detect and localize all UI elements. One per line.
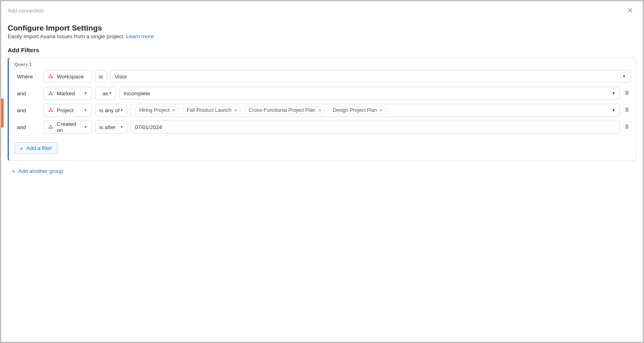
operator-label: is bbox=[99, 74, 103, 80]
field-label: Marked bbox=[57, 90, 75, 97]
operator-select-as[interactable]: as ▼ bbox=[95, 87, 116, 100]
chip-label: Design Project Plan bbox=[333, 107, 377, 113]
add-group-label: Add another group bbox=[18, 168, 63, 174]
operator-label: is after bbox=[99, 124, 116, 130]
asana-icon bbox=[48, 124, 54, 130]
field-label: Workspace bbox=[57, 74, 84, 80]
page-title: Configure Import Settings bbox=[8, 24, 636, 33]
conjunction-label: and bbox=[14, 124, 40, 130]
breadcrumb: Add connection bbox=[8, 8, 44, 14]
field-select-project[interactable]: Project ▼ bbox=[43, 104, 92, 117]
value-text: 07/01/2024 bbox=[135, 124, 162, 130]
svg-point-8 bbox=[51, 110, 53, 112]
operator-select-isafter[interactable]: is after ▼ bbox=[95, 121, 127, 134]
chip-project: Hiring Project ✕ bbox=[135, 106, 179, 114]
conjunction-label: Where bbox=[14, 74, 40, 80]
asana-icon bbox=[48, 74, 54, 79]
chevron-down-icon: ▼ bbox=[120, 125, 124, 129]
value-select-marked[interactable]: Incomplete ▼ bbox=[119, 87, 620, 100]
operator-is: is bbox=[95, 70, 107, 83]
svg-point-10 bbox=[49, 127, 51, 129]
chip-remove-icon[interactable]: ✕ bbox=[234, 108, 237, 113]
chevron-down-icon: ▼ bbox=[622, 74, 626, 78]
svg-point-11 bbox=[51, 127, 53, 129]
svg-point-5 bbox=[51, 93, 53, 95]
chevron-down-icon: ▼ bbox=[84, 108, 87, 112]
filter-row: and Marked ▼ as ▼ Incomplete ▼ bbox=[14, 87, 630, 100]
operator-label: is any of bbox=[99, 107, 120, 113]
plus-icon: + bbox=[20, 146, 23, 151]
svg-point-6 bbox=[50, 108, 52, 110]
page-subtitle: Easily import Asana Issues from a single… bbox=[8, 33, 636, 39]
close-icon[interactable]: ✕ bbox=[624, 5, 636, 16]
chevron-down-icon: ▼ bbox=[84, 125, 87, 129]
chip-project: Design Project Plan ✕ bbox=[328, 106, 387, 114]
add-filter-label: Add a filter bbox=[26, 145, 52, 151]
section-title-add-filters: Add Filters bbox=[8, 47, 636, 53]
operator-select-isanyof[interactable]: is any of ▼ bbox=[95, 104, 127, 117]
conjunction-label: and bbox=[14, 107, 40, 113]
query-label: Query 1 bbox=[14, 62, 630, 67]
asana-icon bbox=[48, 107, 54, 113]
chip-project: Fall Product Launch ✕ bbox=[182, 106, 241, 114]
plus-icon: + bbox=[12, 168, 15, 174]
asana-icon bbox=[48, 90, 54, 96]
delete-filter-button[interactable] bbox=[623, 107, 630, 114]
chevron-down-icon: ▼ bbox=[120, 108, 124, 112]
svg-point-1 bbox=[49, 76, 51, 78]
svg-point-3 bbox=[50, 91, 52, 93]
value-text: Incomplete bbox=[124, 90, 150, 97]
chip-label: Cross-Functional Project Plan bbox=[249, 107, 315, 113]
filter-row: and Project ▼ is any of ▼ Hiring Project… bbox=[14, 104, 630, 117]
query-card: Query 1 Where Workspace is Visor ▼ and bbox=[8, 58, 636, 161]
conjunction-label: and bbox=[14, 90, 40, 97]
learn-more-link[interactable]: Learn more bbox=[126, 33, 154, 39]
value-text: Visor bbox=[115, 74, 127, 80]
left-accent bbox=[1, 99, 4, 127]
add-filter-button[interactable]: + Add a filter bbox=[14, 142, 58, 154]
chip-remove-icon[interactable]: ✕ bbox=[379, 108, 383, 113]
chip-project: Cross-Functional Project Plan ✕ bbox=[244, 106, 325, 114]
field-label: Created on bbox=[57, 121, 80, 133]
field-select-createdon[interactable]: Created on ▼ bbox=[43, 121, 92, 134]
chevron-down-icon: ▼ bbox=[612, 91, 615, 95]
value-select-workspace[interactable]: Visor ▼ bbox=[110, 70, 630, 83]
operator-label: as bbox=[103, 90, 108, 97]
trash-icon bbox=[624, 123, 630, 129]
filter-row: Where Workspace is Visor ▼ bbox=[14, 70, 630, 83]
trash-icon bbox=[624, 107, 630, 113]
value-multiselect-project[interactable]: Hiring Project ✕ Fall Product Launch ✕ C… bbox=[130, 104, 620, 117]
svg-point-9 bbox=[50, 125, 52, 127]
delete-filter-button[interactable] bbox=[623, 90, 630, 97]
field-workspace: Workspace bbox=[43, 70, 92, 83]
chip-remove-icon[interactable]: ✕ bbox=[172, 108, 175, 113]
filter-row: and Created on ▼ is after ▼ 07/01/2024 ▼ bbox=[14, 121, 630, 134]
delete-filter-button[interactable] bbox=[623, 123, 630, 131]
subtitle-text: Easily import Asana Issues from a single… bbox=[8, 33, 126, 39]
field-label: Project bbox=[57, 107, 74, 113]
svg-point-0 bbox=[50, 74, 52, 76]
add-another-group-button[interactable]: + Add another group bbox=[8, 168, 63, 174]
svg-point-7 bbox=[49, 110, 51, 112]
svg-point-4 bbox=[49, 93, 51, 95]
chevron-down-icon: ▼ bbox=[109, 91, 112, 95]
field-select-marked[interactable]: Marked ▼ bbox=[43, 87, 92, 100]
chip-label: Hiring Project bbox=[139, 107, 169, 113]
svg-point-2 bbox=[51, 76, 53, 78]
trash-icon bbox=[624, 90, 630, 96]
chevron-down-icon: ▼ bbox=[84, 91, 87, 95]
chevron-down-icon: ▼ bbox=[612, 108, 615, 112]
value-date-createdon[interactable]: 07/01/2024 ▼ bbox=[130, 121, 620, 134]
chip-label: Fall Product Launch bbox=[187, 107, 231, 113]
chip-remove-icon[interactable]: ✕ bbox=[318, 108, 322, 113]
